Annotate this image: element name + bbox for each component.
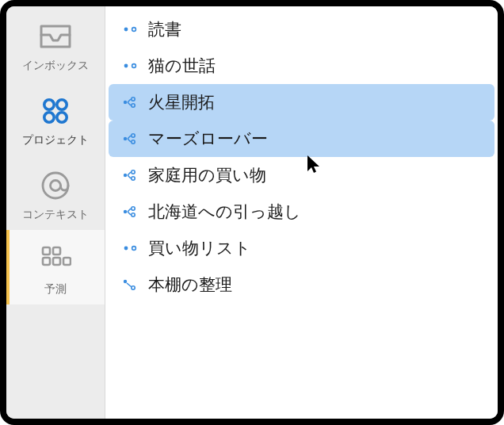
sidebar-item-projects[interactable]: プロジェクト: [6, 81, 105, 155]
svg-line-16: [128, 99, 131, 102]
project-title: 読書: [148, 18, 181, 40]
project-type-icon: [120, 22, 140, 36]
svg-rect-6: [43, 247, 50, 255]
svg-line-32: [128, 212, 131, 215]
project-row[interactable]: マーズローバー: [109, 121, 494, 157]
project-row[interactable]: 買い物リスト: [105, 230, 498, 266]
inbox-icon: [39, 17, 72, 56]
svg-point-5: [51, 181, 61, 191]
project-list: 読書猫の世話火星開拓マーズローバー家庭用の買い物北海道への引っ越し買い物リスト本…: [105, 6, 498, 419]
project-title: 買い物リスト: [148, 237, 251, 259]
project-row[interactable]: 本棚の整理: [105, 266, 498, 303]
project-row[interactable]: 読書: [105, 11, 498, 48]
svg-line-17: [128, 102, 131, 105]
svg-point-14: [132, 64, 136, 68]
project-title: 火星開拓: [148, 91, 215, 113]
svg-point-20: [124, 137, 127, 140]
svg-point-35: [124, 247, 128, 251]
svg-point-0: [44, 100, 54, 109]
at-icon: [39, 167, 72, 205]
project-type-icon: [120, 205, 140, 219]
sidebar: インボックス プロジェクト コンテキスト: [6, 6, 105, 419]
project-type-icon: [120, 168, 140, 182]
svg-point-13: [124, 64, 128, 68]
projects-icon: [38, 92, 73, 130]
svg-point-4: [43, 173, 68, 198]
svg-point-25: [124, 174, 127, 177]
sidebar-item-contexts[interactable]: コンテキスト: [6, 155, 105, 230]
project-title: 北海道への引っ越し: [148, 201, 301, 223]
sidebar-item-forecast[interactable]: 予測: [6, 230, 105, 304]
svg-rect-9: [53, 258, 60, 265]
project-title: 本棚の整理: [148, 274, 232, 296]
svg-point-12: [132, 28, 136, 32]
project-title: 家庭用の買い物: [148, 164, 266, 186]
svg-point-23: [132, 134, 135, 137]
sidebar-item-inbox[interactable]: インボックス: [6, 6, 105, 81]
project-title: 猫の世話: [148, 55, 216, 77]
project-row[interactable]: 北海道への引っ越し: [105, 193, 498, 230]
svg-line-26: [128, 172, 131, 175]
project-type-icon: [120, 59, 140, 73]
svg-point-29: [132, 177, 135, 180]
svg-point-24: [132, 140, 135, 144]
svg-point-33: [132, 207, 135, 210]
svg-line-21: [128, 136, 131, 139]
svg-point-11: [124, 28, 128, 32]
project-row[interactable]: 火星開拓: [109, 84, 494, 121]
svg-line-31: [128, 209, 131, 212]
svg-line-27: [128, 175, 131, 178]
project-title: マーズローバー: [148, 128, 268, 150]
svg-point-39: [132, 286, 135, 289]
svg-point-15: [124, 101, 127, 104]
svg-point-18: [132, 98, 135, 101]
svg-point-34: [132, 213, 135, 216]
project-type-icon: [120, 95, 140, 109]
svg-point-3: [57, 113, 67, 122]
project-row[interactable]: 家庭用の買い物: [105, 157, 498, 193]
svg-point-37: [124, 280, 127, 283]
svg-line-38: [127, 283, 132, 287]
project-row[interactable]: 猫の世話: [105, 48, 498, 84]
svg-line-22: [128, 139, 131, 142]
svg-point-19: [132, 104, 135, 107]
sidebar-item-label: インボックス: [22, 59, 89, 73]
svg-point-36: [132, 247, 136, 251]
svg-point-30: [124, 210, 127, 213]
sidebar-item-label: コンテキスト: [22, 208, 89, 222]
sidebar-item-label: プロジェクト: [22, 133, 89, 147]
project-type-icon: [120, 241, 140, 255]
svg-point-1: [57, 100, 67, 109]
app-root: インボックス プロジェクト コンテキスト: [6, 6, 498, 419]
sidebar-item-label: 予測: [44, 282, 67, 297]
forecast-icon: [40, 241, 71, 279]
project-type-icon: [120, 132, 140, 146]
svg-rect-8: [43, 258, 50, 265]
project-type-icon: [120, 278, 140, 292]
svg-rect-7: [53, 247, 60, 255]
svg-point-2: [44, 113, 54, 122]
svg-rect-10: [63, 258, 71, 265]
svg-point-28: [132, 170, 135, 174]
